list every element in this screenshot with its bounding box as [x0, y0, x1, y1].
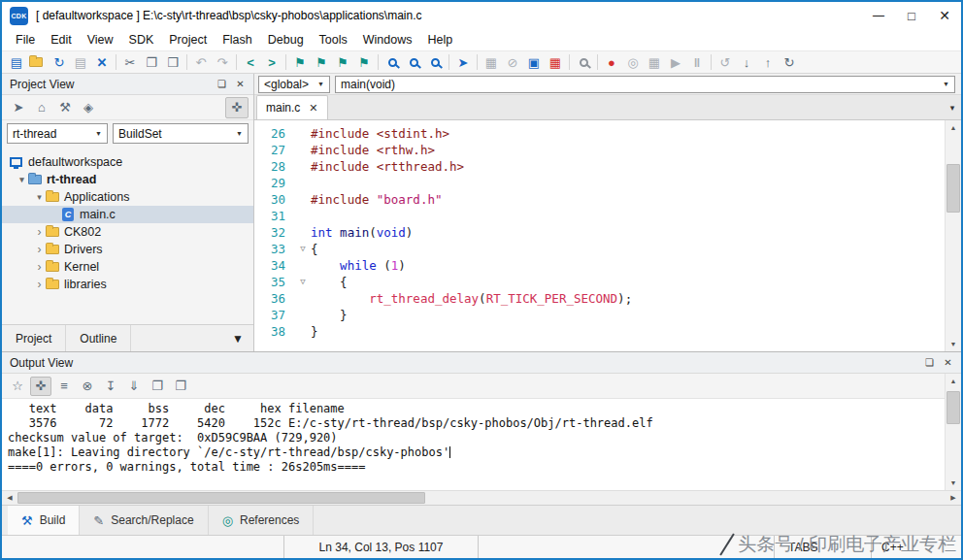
step-into-icon[interactable]: ↓	[736, 52, 757, 72]
toggle-bookmark-icon[interactable]: ⚑	[332, 52, 353, 72]
fold-marker-icon[interactable]: ▽	[295, 274, 311, 290]
tab-list-chevron-icon[interactable]: ▾	[944, 95, 961, 119]
tab-project[interactable]: Project	[2, 325, 66, 351]
menu-edit[interactable]: Edit	[43, 31, 80, 49]
pin-files-icon[interactable]: ✜	[225, 97, 249, 118]
chevron-collapsed-icon[interactable]: ›	[33, 225, 46, 239]
reset-icon[interactable]: ↺	[714, 52, 736, 72]
close-panel-icon[interactable]: ✕	[231, 76, 249, 92]
redo-icon[interactable]: ↷	[212, 52, 233, 72]
pause-icon[interactable]: ‖	[686, 52, 708, 72]
scope-dropdown[interactable]: <global> ▼	[258, 76, 330, 93]
target-dropdown[interactable]: rt-thread ▼	[7, 123, 108, 144]
tab-main-c[interactable]: main.c ✕	[256, 95, 328, 119]
close-tab-icon[interactable]: ✕	[309, 102, 317, 115]
pin-output-icon[interactable]: ✜	[30, 377, 51, 396]
code-area[interactable]: 26#include <stdint.h> 27#include <rthw.h…	[254, 120, 945, 351]
attach-target-icon[interactable]: ◎	[622, 52, 644, 72]
flash-program-icon[interactable]: ▣	[523, 52, 545, 72]
scrollbar-thumb[interactable]	[946, 391, 960, 424]
symbol-dropdown[interactable]: main(void) ▼	[335, 76, 955, 93]
zoom-icon[interactable]	[573, 52, 594, 72]
clear-output-icon[interactable]: ⊗	[77, 377, 98, 396]
menu-windows[interactable]: Windows	[355, 31, 420, 49]
copy-icon[interactable]: ❐	[141, 52, 162, 72]
menu-view[interactable]: View	[80, 31, 121, 49]
build-console[interactable]: text data bss dec hex filename 3576 72 1…	[2, 399, 945, 490]
editor-vertical-scrollbar[interactable]: ▲ ▼	[945, 120, 961, 351]
tree-item-kernel[interactable]: › Kernel	[2, 258, 253, 276]
word-wrap-icon[interactable]: ≡	[53, 377, 75, 396]
menu-help[interactable]: Help	[420, 31, 461, 49]
panel-menu-chevron-icon[interactable]: ▼	[232, 332, 253, 346]
close-file-icon[interactable]: ✕	[91, 52, 113, 72]
menu-project[interactable]: Project	[161, 31, 215, 49]
close-button[interactable]: ✕	[928, 2, 961, 29]
debug-chip-icon[interactable]: ▦	[644, 52, 665, 72]
tree-item-drivers[interactable]: › Drivers	[2, 241, 253, 258]
step-out-icon[interactable]: ↑	[757, 52, 779, 72]
scrollbar-thumb[interactable]	[17, 492, 425, 504]
save-icon[interactable]: ▤	[70, 52, 91, 72]
clear-bookmarks-icon[interactable]: ⚑	[353, 52, 375, 72]
chevron-collapsed-icon[interactable]: ›	[33, 278, 46, 291]
maximize-button[interactable]: □	[895, 2, 928, 29]
menu-sdk[interactable]: SDK	[121, 31, 162, 49]
replace-icon[interactable]	[424, 52, 446, 72]
float-panel-icon[interactable]: ❏	[920, 354, 939, 371]
menu-file[interactable]: File	[8, 31, 43, 49]
output-horizontal-scrollbar[interactable]: ◀ ▶	[2, 490, 961, 505]
scroll-down-icon[interactable]: ▼	[946, 337, 961, 351]
new-file-icon[interactable]: ▤	[6, 52, 27, 72]
home-icon[interactable]: ⌂	[30, 97, 53, 118]
save-output-icon[interactable]: ⇓	[123, 377, 145, 396]
goto-symbol-icon[interactable]: ➤	[452, 52, 474, 72]
fold-marker-icon[interactable]: ▽	[295, 241, 311, 257]
favorites-icon[interactable]: ☆	[7, 377, 28, 396]
scroll-right-icon[interactable]: ▶	[946, 491, 961, 505]
undo-icon[interactable]: ↶	[190, 52, 212, 72]
flash-chip-icon[interactable]: ▦	[481, 52, 502, 72]
tree-item-applications[interactable]: ▾ Applications	[2, 188, 253, 206]
prev-bookmark-icon[interactable]: ⚑	[289, 52, 311, 72]
navigate-back-icon[interactable]: <	[240, 52, 261, 72]
package-icon[interactable]: ◈	[77, 97, 100, 118]
chevron-collapsed-icon[interactable]: ›	[33, 260, 46, 274]
build-tools-icon[interactable]: ⚒	[53, 97, 77, 118]
chevron-expanded-icon[interactable]: ▾	[33, 192, 46, 202]
scroll-up-icon[interactable]: ▲	[946, 120, 961, 135]
scroll-down-icon[interactable]: ▼	[946, 476, 961, 490]
menu-debug[interactable]: Debug	[260, 31, 312, 49]
navigate-forward-icon[interactable]: >	[261, 52, 282, 72]
tree-item-project[interactable]: ▾ rt-thread	[2, 171, 253, 188]
copy-all-icon[interactable]: ❐	[170, 377, 191, 396]
flash-erase-icon[interactable]: ▦	[545, 52, 566, 72]
find-in-files-icon[interactable]	[403, 52, 424, 72]
paste-icon[interactable]: ❒	[162, 52, 183, 72]
restart-icon[interactable]: ↻	[779, 52, 800, 72]
tab-outline[interactable]: Outline	[66, 325, 131, 351]
start-debug-icon[interactable]: ▶	[665, 52, 686, 72]
buildset-dropdown[interactable]: BuildSet ▼	[113, 123, 249, 144]
save-all-icon[interactable]: ↻	[49, 52, 70, 72]
find-icon[interactable]	[382, 52, 403, 72]
copy-line-icon[interactable]: ❐	[147, 377, 168, 396]
scroll-to-end-icon[interactable]: ↧	[100, 377, 121, 396]
open-project-icon[interactable]	[27, 52, 49, 72]
flash-disable-icon[interactable]: ⊘	[502, 52, 523, 72]
tree-item-ck802[interactable]: › CK802	[2, 223, 253, 241]
chevron-expanded-icon[interactable]: ▾	[16, 175, 28, 184]
tab-search-replace[interactable]: ✎ Search/Replace	[80, 506, 208, 535]
output-vertical-scrollbar[interactable]: ▲ ▼	[945, 374, 961, 490]
next-bookmark-icon[interactable]: ⚑	[311, 52, 332, 72]
cut-icon[interactable]: ✂	[119, 52, 141, 72]
run-target-icon[interactable]: ➤	[7, 97, 30, 118]
chevron-collapsed-icon[interactable]: ›	[33, 243, 46, 256]
tab-build[interactable]: ⚒ Build	[8, 506, 80, 535]
scrollbar-thumb[interactable]	[946, 164, 960, 213]
close-panel-icon[interactable]: ✕	[939, 354, 957, 371]
tree-item-libraries[interactable]: › libraries	[2, 276, 253, 293]
record-icon[interactable]: ●	[601, 52, 622, 72]
scroll-left-icon[interactable]: ◀	[2, 491, 17, 505]
tree-item-main-c[interactable]: C main.c	[2, 206, 253, 223]
